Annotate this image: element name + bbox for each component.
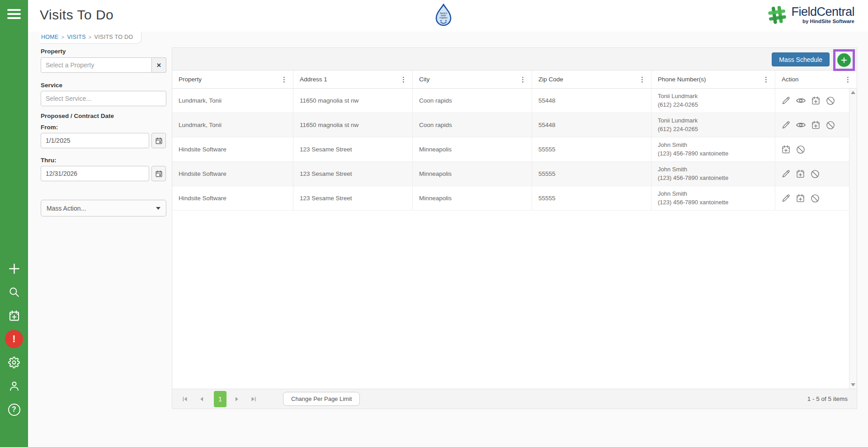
- cancel-icon[interactable]: [810, 193, 820, 203]
- cell-zip: 55555: [532, 186, 651, 210]
- alerts-button[interactable]: !: [0, 327, 28, 351]
- change-per-page-limit-button[interactable]: Change Per Page Limit: [283, 392, 360, 406]
- next-page-button[interactable]: [231, 393, 243, 405]
- cell-city: Coon rapids: [413, 89, 532, 113]
- last-page-button[interactable]: [247, 393, 260, 405]
- service-label: Service: [41, 82, 62, 89]
- column-menu-icon[interactable]: ⋮: [279, 75, 289, 84]
- edit-icon[interactable]: [781, 96, 791, 105]
- schedule-icon[interactable]: [811, 120, 821, 130]
- settings-button[interactable]: [0, 351, 28, 374]
- add-visit-button[interactable]: [837, 53, 851, 67]
- cancel-icon[interactable]: [826, 96, 835, 106]
- date-from-label: From:: [41, 124, 58, 131]
- scroll-down-icon[interactable]: [851, 383, 855, 386]
- table-row: Hindsite Software 123 Sesame Street Minn…: [172, 162, 857, 186]
- column-header-phone[interactable]: Phone Number(s) ⋮: [651, 71, 775, 88]
- cell-property: Hindsite Software: [172, 186, 293, 210]
- brand-tagline: by HindSite Software: [791, 19, 854, 24]
- column-header-address1[interactable]: Address 1 ⋮: [293, 71, 413, 88]
- mass-schedule-button[interactable]: Mass Schedule: [772, 52, 830, 66]
- clear-property-button[interactable]: ✕: [152, 57, 166, 73]
- cell-city: Minneapolis: [413, 162, 532, 186]
- date-thru-input[interactable]: [41, 166, 149, 181]
- column-menu-icon[interactable]: ⋮: [637, 75, 647, 84]
- schedule-icon[interactable]: [796, 193, 805, 203]
- help-button[interactable]: ?: [0, 398, 28, 421]
- cell-zip: 55555: [532, 137, 651, 161]
- fieldcentral-logo-mark: [767, 5, 788, 25]
- grid-pager: 1 Change Per Page Limit 1 - 5 of 5 items: [172, 389, 857, 409]
- page-1-button[interactable]: 1: [214, 391, 226, 407]
- table-row: Lundmark, Tonii 11650 magnolia st nw Coo…: [172, 89, 857, 113]
- schedule-icon[interactable]: [811, 96, 821, 105]
- cell-address1: 11650 magnolia st nw: [293, 113, 413, 137]
- property-input[interactable]: [41, 57, 152, 73]
- breadcrumb-home-link[interactable]: HOME: [41, 34, 59, 40]
- column-header-city[interactable]: City ⋮: [413, 71, 532, 88]
- column-header-zip[interactable]: Zip Code ⋮: [532, 71, 651, 88]
- view-icon[interactable]: [796, 120, 806, 130]
- svg-text:irrigation: irrigation: [439, 17, 448, 19]
- chevron-down-icon: [156, 207, 160, 210]
- hamburger-menu-icon[interactable]: [7, 9, 21, 21]
- breadcrumb-current: VISITS TO DO: [94, 34, 133, 40]
- cancel-icon[interactable]: [810, 169, 820, 179]
- first-page-button[interactable]: [179, 393, 191, 405]
- cancel-icon[interactable]: [796, 145, 806, 155]
- water-drop-company-logo: Sandy's better irrigation: [434, 3, 453, 28]
- cell-actions: [775, 89, 857, 113]
- cell-address1: 123 Sesame Street: [293, 186, 413, 210]
- scroll-up-icon[interactable]: [851, 91, 855, 94]
- cell-property: Hindsite Software: [172, 162, 293, 186]
- calendar-add-icon: [8, 310, 20, 322]
- search-icon: [8, 286, 20, 298]
- topbar: Visits To Do Sandy's better irrigation F…: [28, 0, 868, 32]
- cell-city: Minneapolis: [413, 186, 532, 210]
- breadcrumb-visits-link[interactable]: VISITS: [67, 34, 85, 40]
- service-input[interactable]: [41, 91, 166, 106]
- date-thru-picker-button[interactable]: [151, 166, 166, 181]
- date-from-picker-button[interactable]: [151, 133, 166, 148]
- first-page-icon: [182, 396, 188, 402]
- schedule-icon[interactable]: [796, 169, 805, 179]
- edit-icon[interactable]: [781, 193, 791, 203]
- table-row: Lundmark, Tonii 11650 magnolia st nw Coo…: [172, 113, 857, 137]
- column-header-action[interactable]: Action ⋮: [775, 71, 857, 88]
- cell-phone: John Smith (123) 456-7890 xantoinette: [651, 137, 775, 161]
- edit-icon[interactable]: [781, 120, 791, 130]
- cell-phone: Tonii Lundmark (612) 224-0265: [651, 89, 775, 113]
- column-menu-icon[interactable]: ⋮: [843, 75, 853, 84]
- brand-name: FieldCentral: [791, 6, 854, 18]
- add-button[interactable]: [0, 257, 28, 280]
- user-button[interactable]: [0, 374, 28, 398]
- schedule-icon[interactable]: [781, 145, 791, 154]
- edit-icon[interactable]: [781, 169, 791, 179]
- table-row: Hindsite Software 123 Sesame Street Minn…: [172, 186, 857, 211]
- date-from-input[interactable]: [41, 133, 149, 148]
- cancel-icon[interactable]: [826, 120, 835, 130]
- last-page-icon: [250, 396, 257, 402]
- page-title: Visits To Do: [40, 7, 113, 23]
- date-range-label: Proposed / Contract Date: [41, 113, 114, 119]
- cell-actions: [775, 113, 857, 137]
- left-rail: ! ?: [0, 0, 28, 447]
- previous-page-button[interactable]: [195, 393, 208, 405]
- previous-page-icon: [198, 396, 205, 402]
- mass-action-value: Mass Action...: [47, 205, 86, 212]
- add-visit-highlight: [833, 49, 855, 71]
- grid-body: Lundmark, Tonii 11650 magnolia st nw Coo…: [172, 89, 857, 389]
- view-icon[interactable]: [796, 95, 806, 106]
- vertical-scrollbar[interactable]: [849, 89, 857, 389]
- column-menu-icon[interactable]: ⋮: [761, 75, 771, 84]
- pager-items-info: 1 - 5 of 5 items: [807, 395, 848, 402]
- mass-action-dropdown[interactable]: Mass Action...: [41, 200, 166, 216]
- table-row: Hindsite Software 123 Sesame Street Minn…: [172, 137, 857, 162]
- breadcrumb-separator: >: [61, 34, 65, 40]
- date-thru-label: Thru:: [41, 157, 57, 164]
- column-menu-icon[interactable]: ⋮: [518, 75, 528, 84]
- schedule-visit-button[interactable]: [0, 304, 28, 327]
- column-menu-icon[interactable]: ⋮: [398, 75, 409, 84]
- search-button[interactable]: [0, 280, 28, 304]
- column-header-property[interactable]: Property ⋮: [172, 71, 293, 88]
